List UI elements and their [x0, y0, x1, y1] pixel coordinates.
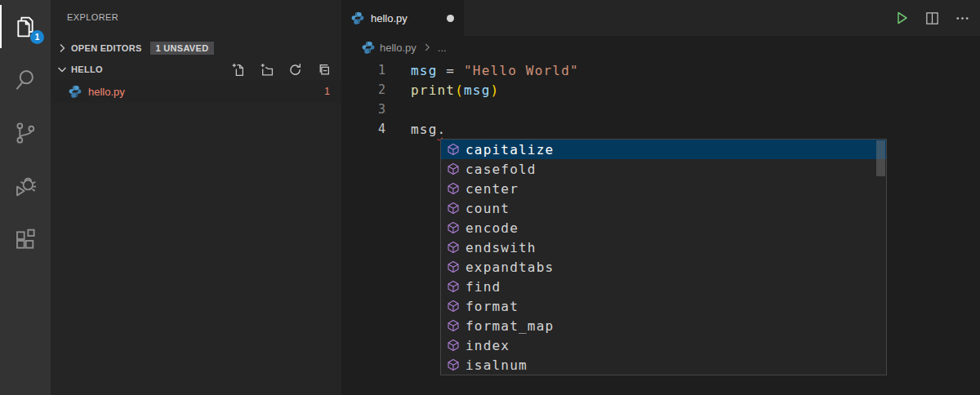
split-editor-button[interactable]	[923, 9, 942, 28]
activity-item-extensions[interactable]	[0, 212, 51, 265]
run-python-file-button[interactable]	[892, 8, 911, 28]
code-token: msg	[411, 63, 438, 78]
suggestion-item[interactable]: endswith	[441, 237, 886, 257]
sidebar-title: EXPLORER	[51, 0, 341, 38]
suggestion-item[interactable]: find	[441, 277, 886, 296]
python-icon	[69, 85, 82, 98]
chevron-down-icon	[56, 63, 69, 76]
section-open-editors[interactable]: OPEN EDITORS 1 UNSAVED	[51, 38, 341, 59]
new-file-button[interactable]	[231, 63, 245, 77]
activity-item-search[interactable]	[0, 53, 51, 106]
suggestion-item[interactable]: expandtabs	[441, 257, 886, 277]
vscode-window: { "activity_bar": { "badge_count": "1", …	[0, 0, 980, 395]
chevron-right-icon	[421, 42, 433, 53]
symbol-method-icon	[447, 182, 460, 195]
suggest-list: capitalize casefold center count encode …	[441, 140, 886, 375]
suggestion-label: encode	[466, 220, 519, 236]
more-actions-button[interactable]	[953, 9, 972, 28]
suggestion-label: center	[466, 181, 519, 197]
suggestion-label: expandtabs	[466, 260, 554, 275]
suggestion-item[interactable]: format_map	[441, 316, 886, 335]
symbol-method-icon	[447, 241, 460, 254]
extensions-icon	[12, 226, 38, 252]
line-number: 2	[341, 82, 385, 97]
suggest-scrollbar[interactable]	[876, 140, 885, 176]
split-editor-icon	[924, 11, 940, 26]
code-line[interactable]: 2print(msg)	[341, 80, 980, 100]
symbol-method-icon	[447, 260, 460, 273]
code-editor[interactable]: 1msg = "Hello World"2print(msg)34msg.	[341, 59, 980, 139]
breadcrumb: hello.py ...	[341, 36, 980, 59]
more-actions-icon	[955, 11, 970, 26]
new-file-icon	[231, 63, 245, 77]
activity-item-run-debug[interactable]	[0, 159, 51, 212]
refresh-button[interactable]	[288, 63, 302, 77]
file-row-hello-py[interactable]: hello.py 1	[51, 80, 341, 103]
activity-item-explorer[interactable]: 1	[0, 0, 51, 53]
symbol-method-icon	[447, 162, 460, 175]
suggest-widget: capitalize casefold center count encode …	[440, 139, 887, 375]
folder-name-label: HELLO	[71, 64, 103, 74]
explorer-toolbar	[231, 63, 335, 77]
symbol-method-icon	[447, 319, 460, 332]
code-lines: 1msg = "Hello World"2print(msg)34msg.	[341, 60, 980, 139]
file-name: hello.py	[88, 86, 125, 98]
suggestion-item[interactable]: count	[441, 198, 886, 218]
suggestion-label: endswith	[466, 240, 537, 255]
code-token: (	[455, 82, 464, 98]
collapse-all-icon	[317, 63, 331, 77]
suggestion-item[interactable]: capitalize	[441, 140, 886, 159]
symbol-method-icon	[447, 339, 460, 352]
sidebar-explorer: EXPLORER OPEN EDITORS 1 UNSAVED HELLO	[51, 0, 341, 395]
breadcrumb-more[interactable]: ...	[438, 42, 447, 54]
section-folder-hello[interactable]: HELLO	[51, 59, 341, 80]
code-token: "Hello World"	[464, 63, 579, 78]
chevron-right-icon	[56, 42, 69, 55]
new-folder-button[interactable]	[260, 63, 274, 77]
code-token: print	[411, 82, 455, 98]
activity-bar: 1	[0, 0, 51, 395]
run-icon	[893, 10, 910, 26]
refresh-icon	[288, 63, 302, 77]
suggestion-label: index	[466, 338, 510, 353]
suggestion-label: format_map	[466, 318, 554, 334]
code-token: =	[438, 63, 465, 78]
activity-item-source-control[interactable]	[0, 106, 51, 159]
breadcrumb-file[interactable]: hello.py	[380, 42, 416, 54]
code-token: msg	[411, 122, 438, 137]
new-folder-icon	[260, 63, 274, 77]
python-file-icon-slot	[69, 85, 82, 98]
unsaved-dot-icon[interactable]	[447, 15, 454, 22]
suggestion-item[interactable]: center	[441, 179, 886, 198]
debug-icon	[12, 173, 38, 199]
collapse-all-button[interactable]	[317, 63, 331, 77]
suggestion-item[interactable]: format	[441, 296, 886, 316]
editor-actions	[892, 0, 980, 36]
suggestion-label: capitalize	[466, 142, 554, 158]
symbol-method-icon	[447, 202, 460, 215]
code-line[interactable]: 4msg.	[341, 119, 980, 139]
tab-bar: hello.py	[341, 0, 980, 36]
suggestion-item[interactable]: encode	[441, 218, 886, 237]
python-icon	[351, 11, 364, 24]
symbol-method-icon	[447, 300, 460, 313]
suggestion-item[interactable]: isalnum	[441, 355, 886, 375]
code-text: msg.	[385, 122, 446, 137]
code-line[interactable]: 3	[341, 100, 980, 119]
suggestion-item[interactable]: index	[441, 335, 886, 355]
tab-label: hello.py	[371, 12, 408, 24]
code-line[interactable]: 1msg = "Hello World"	[341, 60, 980, 80]
symbol-method-icon	[447, 280, 460, 293]
error-squiggle-token: .	[438, 122, 447, 137]
suggestion-label: find	[466, 279, 501, 295]
code-text: print(msg)	[385, 82, 499, 98]
suggestion-label: casefold	[466, 162, 537, 177]
python-tab-icon-slot	[351, 11, 364, 24]
suggestion-item[interactable]: casefold	[441, 159, 886, 179]
tab-hello-py[interactable]: hello.py	[341, 0, 464, 36]
line-number: 4	[341, 122, 385, 136]
python-icon	[362, 41, 375, 54]
python-breadcrumb-icon-slot	[362, 41, 375, 54]
line-number: 1	[341, 63, 385, 78]
symbol-method-icon	[447, 358, 460, 371]
